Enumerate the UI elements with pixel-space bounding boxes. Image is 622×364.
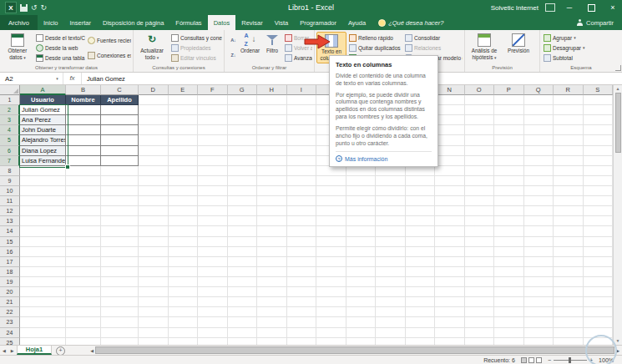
cell-Q2[interactable] [524,105,554,115]
cell-M9[interactable] [406,176,436,186]
cell-Q16[interactable] [524,247,554,257]
cell-J14[interactable] [316,226,346,236]
cell-G9[interactable] [228,176,258,186]
cell-G10[interactable] [228,186,258,196]
cell-O3[interactable] [465,115,495,125]
cell-K16[interactable] [346,247,377,257]
cell-O6[interactable] [465,146,495,156]
cell-M20[interactable] [406,287,436,297]
cell-A16[interactable] [20,247,66,257]
cell-G4[interactable] [228,125,258,135]
cell-D7[interactable] [139,156,169,166]
cell-J15[interactable] [316,237,346,247]
cell-Q22[interactable] [524,307,554,317]
desagrupar-button[interactable]: Desagrupar▾ [542,43,620,53]
zoom-slider-thumb[interactable] [569,357,571,363]
cell-M18[interactable] [406,267,436,277]
cell-Q5[interactable] [524,135,554,145]
cell-I22[interactable] [287,307,317,317]
cell-P7[interactable] [494,156,524,166]
cell-D14[interactable] [139,226,169,236]
cell-A25[interactable] [20,338,66,345]
tab-vista[interactable]: Vista [269,15,295,30]
cell-C11[interactable] [101,196,139,206]
scroll-down-icon[interactable]: ▼ [616,337,620,345]
cell-R3[interactable] [554,115,584,125]
cell-H7[interactable] [257,156,287,166]
name-box-dropdown-icon[interactable]: ▾ [52,73,63,84]
cell-N20[interactable] [435,287,465,297]
cell-K19[interactable] [346,277,377,287]
cell-J9[interactable] [316,176,346,186]
cell-R20[interactable] [554,287,584,297]
cell-C4[interactable] [101,125,139,135]
cell-P24[interactable] [494,328,524,338]
cell-A6[interactable]: Diana Lopez [20,146,66,156]
cell-P25[interactable] [494,338,524,345]
cell-E14[interactable] [169,226,199,236]
cell-I16[interactable] [287,247,317,257]
cell-H15[interactable] [257,237,287,247]
column-header-E[interactable]: E [169,85,199,95]
cell-P13[interactable] [494,216,524,226]
cell-Q18[interactable] [524,267,554,277]
cell-G15[interactable] [228,237,258,247]
row-header-18[interactable]: 18 [0,267,20,277]
cell-F12[interactable] [198,206,228,216]
cell-Q15[interactable] [524,237,554,247]
conexiones-existentes-button[interactable]: Conexiones existentes [86,50,131,60]
cell-L9[interactable] [376,176,406,186]
cell-J11[interactable] [316,196,346,206]
desde-tabla-rango-button[interactable]: Desde una tabla o rango [34,53,85,63]
cell-R23[interactable] [554,317,584,327]
cell-K12[interactable] [346,206,377,216]
tab-datos[interactable]: Datos [208,15,236,30]
cell-L10[interactable] [376,186,406,196]
cell-D24[interactable] [139,328,169,338]
cell-K25[interactable] [346,338,377,345]
column-header-Q[interactable]: Q [524,85,554,95]
cell-A22[interactable] [20,307,66,317]
cell-E24[interactable] [169,328,199,338]
cell-H5[interactable] [257,135,287,145]
cell-R10[interactable] [554,186,584,196]
row-header-22[interactable]: 22 [0,307,20,317]
cell-S19[interactable] [584,277,614,287]
cell-J8[interactable] [316,166,346,176]
cell-N7[interactable] [435,156,465,166]
column-header-F[interactable]: F [198,85,228,95]
horizontal-scroll-thumb[interactable] [95,346,614,354]
cell-G16[interactable] [228,247,258,257]
sheet-tab-hoja1[interactable]: Hoja1 [17,346,52,355]
cell-M11[interactable] [406,196,436,206]
cell-E19[interactable] [169,277,199,287]
cell-O20[interactable] [465,287,495,297]
cell-O18[interactable] [465,267,495,277]
sort-az-button[interactable]: A↓ [226,36,238,45]
cell-M23[interactable] [406,317,436,327]
cell-F11[interactable] [198,196,228,206]
tab-programador[interactable]: Programador [294,15,342,30]
cell-E9[interactable] [169,176,199,186]
cell-P8[interactable] [494,166,524,176]
cell-N25[interactable] [435,338,465,345]
tab-archivo[interactable]: Archivo [0,15,38,30]
cell-L14[interactable] [376,226,406,236]
cell-I14[interactable] [287,226,317,236]
cell-D1[interactable] [139,95,169,105]
cell-B5[interactable] [66,135,101,145]
cell-P21[interactable] [494,297,524,307]
row-header-4[interactable]: 4 [0,125,20,135]
cell-H2[interactable] [257,105,287,115]
cell-N19[interactable] [435,277,465,287]
cell-C14[interactable] [101,226,139,236]
cell-O22[interactable] [465,307,495,317]
cell-O8[interactable] [465,166,495,176]
close-button[interactable]: × [605,0,620,15]
cell-C1[interactable]: Apellido [101,95,139,105]
tell-me-search[interactable]: ¿Qué desea hacer? [372,15,450,30]
cell-F17[interactable] [198,257,228,267]
cell-E5[interactable] [169,135,199,145]
cell-D21[interactable] [139,297,169,307]
cell-O21[interactable] [465,297,495,307]
